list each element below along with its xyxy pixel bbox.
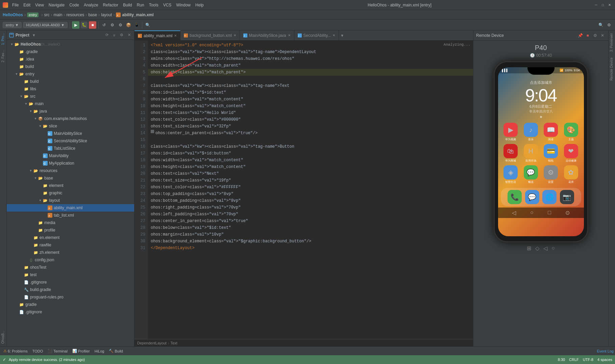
menu-help[interactable]: Help xyxy=(193,2,206,8)
app-icon-设置[interactable]: ⚙ 设置 xyxy=(542,165,560,184)
breadcrumb-layout[interactable]: layout xyxy=(101,13,112,17)
tree-item-mainability[interactable]: CMainAbility xyxy=(7,152,134,160)
tree-item-tablistslice[interactable]: CTabListSlice xyxy=(7,145,134,152)
menu-analyze[interactable]: Analyze xyxy=(82,2,100,8)
event-log-link[interactable]: Event Log xyxy=(597,349,614,353)
terminal-tab[interactable]: ⬛ Terminal xyxy=(46,348,70,354)
nav-back[interactable]: ◁ xyxy=(512,210,516,216)
menu-navigate[interactable]: Navigate xyxy=(47,2,67,8)
menu-file[interactable]: File xyxy=(10,2,21,8)
breadcrumb-base[interactable]: base xyxy=(88,13,97,17)
sync-icon[interactable]: ⟳ xyxy=(104,32,110,38)
collapse-all-icon[interactable]: ≡ xyxy=(111,32,117,38)
tab-close-2[interactable]: ✕ xyxy=(288,33,291,37)
tab-close-3[interactable]: ✕ xyxy=(333,33,335,37)
nav-recent[interactable]: □ xyxy=(548,210,551,216)
nav-extra[interactable]: ⊙ xyxy=(565,210,570,216)
app-icon-花库[interactable]: ✿ 花库 xyxy=(562,165,580,184)
tree-item-gitignore-entry[interactable]: 📄.gitignore xyxy=(7,278,134,286)
menu-view[interactable]: View xyxy=(33,2,46,8)
breadcrumb-resources[interactable]: resources xyxy=(67,13,84,17)
tree-item-proguard[interactable]: 📄proguard-rules.pro xyxy=(7,293,134,301)
tree-item-ability-main-xml[interactable]: Xability_main.xml xyxy=(7,204,134,212)
breadcrumb-file[interactable]: ability_main.xml xyxy=(122,13,153,17)
tree-item-media[interactable]: 📁media xyxy=(7,219,134,226)
app-icon-阅读[interactable]: 📖 阅读 xyxy=(542,123,560,141)
device-info-button[interactable]: ◇ xyxy=(535,245,539,251)
status-encoding[interactable]: UTF-8 xyxy=(583,358,593,362)
app-icon-应用市场[interactable]: H 应用市场 xyxy=(522,144,540,163)
nav-home[interactable]: ○ xyxy=(530,210,534,216)
device-selector[interactable]: HUAWEI ANA-AN00 ▼ xyxy=(23,22,68,28)
tree-item-gradle[interactable]: 📁.gradle xyxy=(7,48,134,55)
dock-icon-浏览器[interactable]: 🌐 xyxy=(542,190,557,204)
app-icon-主题[interactable]: 🎨 主题 xyxy=(562,123,580,141)
menu-run[interactable]: Run xyxy=(135,2,146,8)
stop-device-icon[interactable]: ■ xyxy=(585,32,591,39)
breadcrumb-main[interactable]: main xyxy=(53,13,62,17)
ohosbuild-tab[interactable]: OhosB... xyxy=(0,328,6,346)
project-tree[interactable]: ▼📂HelloOhos D\...\HelloO📁.gradle📁.idea📁b… xyxy=(7,40,134,346)
previewer-tab[interactable]: 3: Previewer xyxy=(609,30,615,55)
reload-button[interactable]: ↺ xyxy=(101,22,107,28)
tab-close-0[interactable]: ✕ xyxy=(174,34,177,38)
status-indent[interactable]: 4 spaces xyxy=(597,358,612,362)
tree-item-base[interactable]: ▼📂base xyxy=(7,174,134,182)
tabs-overflow[interactable]: ▼ xyxy=(340,33,344,38)
close-button[interactable]: ✕ xyxy=(607,2,612,8)
tree-item-libs[interactable]: 📁libs xyxy=(7,85,134,93)
search-button[interactable]: 🔍 xyxy=(597,22,604,28)
tree-item-build-gradle-entry[interactable]: 🔧build.gradle xyxy=(7,286,134,293)
avd-button[interactable]: 📱 xyxy=(133,22,140,28)
menu-tools[interactable]: Tools xyxy=(147,2,161,8)
tree-item-config-json[interactable]: {}config.json xyxy=(7,256,134,264)
app-icon-华为商城[interactable]: 🛍 华为商城 xyxy=(502,144,520,163)
tab-secondability[interactable]: J SecondAbility... ✕ xyxy=(294,30,339,41)
dock-icon-电话[interactable]: 📞 xyxy=(508,190,522,204)
profiler-tab[interactable]: 📊 Profiler xyxy=(70,348,92,354)
build-tab[interactable]: 🔨 Build xyxy=(107,348,125,354)
settings-button[interactable]: ⚙ xyxy=(109,22,116,28)
app-icon-钱包[interactable]: 💳 钱包 xyxy=(542,144,560,163)
breadcrumb-dependentlayout[interactable]: DependentLayout xyxy=(137,341,167,345)
app-icon-音乐[interactable]: ♪ 音乐 xyxy=(522,123,540,141)
tree-item-ohostest[interactable]: 📁ohosTest xyxy=(7,264,134,271)
tree-item-resources[interactable]: ▼📂resources xyxy=(7,167,134,174)
tree-item-helloohos[interactable]: ▼📂HelloOhos D\...\HelloO xyxy=(7,41,134,48)
tree-item-main[interactable]: ▼📂main xyxy=(7,100,134,107)
tree-item-gitignore-root[interactable]: 📄.gitignore xyxy=(7,308,134,316)
tree-item-com-example[interactable]: ▼📦com.example.helloohos xyxy=(7,115,134,122)
tree-item-secondabilityslice[interactable]: CSecondAbilitySlice xyxy=(7,137,134,145)
tree-item-idea[interactable]: 📁.idea xyxy=(7,55,134,63)
settings-gear-button[interactable]: ⚙ xyxy=(606,22,612,28)
app-icon-智慧生活[interactable]: ◈ 智慧生活 xyxy=(502,165,520,184)
menu-window[interactable]: Window xyxy=(174,2,193,8)
tree-item-rawfile[interactable]: 📁rawfile xyxy=(7,241,134,249)
tree-item-gradle-root[interactable]: 📁gradle xyxy=(7,301,134,308)
status-line-endings[interactable]: CRLF xyxy=(569,358,579,362)
tree-item-zh-element[interactable]: 📁zh.element xyxy=(7,249,134,256)
dock-icon-相机[interactable]: 📷 xyxy=(560,190,574,204)
breadcrumb-helloohos[interactable]: HelloOhos xyxy=(3,13,23,17)
screenshot-button[interactable]: ⊞ xyxy=(527,245,531,251)
app-icon-华为视频[interactable]: ▶ 华为视频 xyxy=(502,123,520,141)
tree-item-profile[interactable]: 📁profile xyxy=(7,226,134,234)
tree-item-mainabilityslice[interactable]: CMainAbilitySlice xyxy=(7,130,134,137)
run-button[interactable]: ▶ xyxy=(72,21,79,29)
device-settings-icon[interactable]: ⚙ xyxy=(592,32,598,39)
hilog-tab[interactable]: HiLog xyxy=(93,348,106,354)
menu-vcs[interactable]: VCS xyxy=(161,2,174,8)
tab-mainabilityslice[interactable]: J MainAbilitySlice.java ✕ xyxy=(240,30,294,41)
menu-build[interactable]: Build xyxy=(121,2,134,8)
entry-badge[interactable]: entry xyxy=(27,13,39,17)
tree-item-entry-build[interactable]: 📁build xyxy=(7,78,134,85)
breadcrumb-text[interactable]: Text xyxy=(171,341,177,345)
tab-close-1[interactable]: ✕ xyxy=(233,33,236,37)
favorites-tab[interactable]: 2: Fav... xyxy=(0,48,6,65)
app-icon-运动健康[interactable]: ❤ 运动健康 xyxy=(562,144,580,163)
menu-code[interactable]: Code xyxy=(67,2,81,8)
tree-item-entry[interactable]: ▼📂entry xyxy=(7,70,134,78)
menu-edit[interactable]: Edit xyxy=(21,2,32,8)
maximize-button[interactable]: □ xyxy=(600,2,606,8)
tab-background-button[interactable]: X background_button.xml ✕ xyxy=(180,30,240,41)
